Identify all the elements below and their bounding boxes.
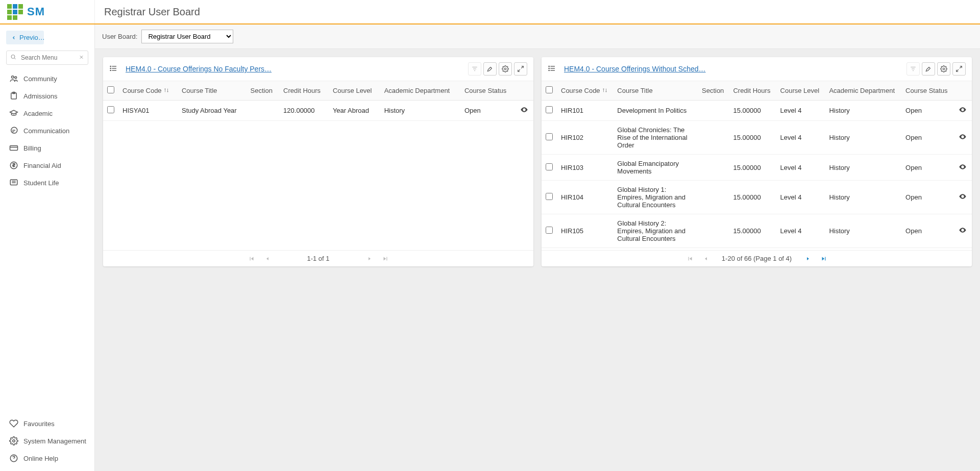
cell-section: [698, 248, 729, 251]
chevron-left-icon: [11, 35, 16, 40]
col-header[interactable]: Course Code: [557, 81, 613, 101]
col-header[interactable]: Academic Department: [825, 81, 901, 101]
select-all-checkbox[interactable]: [107, 86, 114, 93]
cell-section: [698, 101, 729, 121]
cell-status: Open: [901, 248, 953, 251]
svg-point-46: [962, 230, 964, 231]
table-row[interactable]: HIR101Development In Politics15.00000Lev…: [542, 101, 972, 121]
svg-point-33: [549, 66, 549, 66]
close-icon[interactable]: [79, 54, 84, 62]
sidebar-item-label: Academic: [23, 110, 53, 117]
table-row[interactable]: HISYA01Study Abroad Year120.00000Year Ab…: [103, 101, 533, 121]
svg-point-20: [110, 66, 111, 66]
sidebar-item-gear[interactable]: System Management: [6, 432, 88, 450]
communication-icon: [8, 126, 19, 135]
sidebar-item-academic[interactable]: Academic: [6, 105, 88, 122]
cell-credit: 15.00000: [729, 214, 776, 248]
sidebar-item-label: Community: [23, 75, 57, 83]
cell-dept: History: [380, 101, 460, 121]
col-header[interactable]: Course Level: [329, 81, 380, 101]
table-row[interactable]: HIR102Global Chronicles: The Rise of the…: [542, 121, 972, 155]
row-checkbox[interactable]: [546, 133, 553, 140]
col-header[interactable]: Course Status: [460, 81, 515, 101]
brand-logo[interactable]: SM: [0, 0, 95, 23]
community-icon: [8, 74, 19, 83]
view-row-button[interactable]: [515, 101, 533, 121]
settings-button[interactable]: [937, 62, 950, 76]
pager-next-button[interactable]: [805, 256, 811, 262]
heart-icon: [8, 419, 19, 428]
card-title-link[interactable]: HEM4.0 - Course Offerings Without Sched…: [564, 65, 902, 73]
cell-title: Global History 1: Empires, Migration and…: [613, 181, 698, 214]
view-row-button[interactable]: [953, 181, 972, 214]
row-checkbox[interactable]: [546, 106, 553, 113]
previous-button[interactable]: Previo…: [6, 31, 44, 44]
card-1: HEM4.0 - Course Offerings Without Sched……: [542, 57, 972, 266]
expand-button[interactable]: [514, 62, 527, 76]
col-header[interactable]: Course Status: [901, 81, 953, 101]
cell-credit: 15.00000: [729, 248, 776, 251]
expand-button[interactable]: [952, 62, 966, 76]
cell-section: [698, 181, 729, 214]
logo-icon: [7, 4, 23, 20]
sidebar-item-help[interactable]: Online Help: [6, 450, 88, 467]
select-all-checkbox[interactable]: [546, 86, 553, 93]
settings-button[interactable]: [499, 62, 512, 76]
row-checkbox[interactable]: [546, 163, 553, 170]
sidebar-item-student-life[interactable]: Student Life: [6, 174, 88, 191]
svg-point-22: [110, 70, 111, 70]
sidebar-item-admissions[interactable]: Admissions: [6, 87, 88, 105]
col-header[interactable]: Course Code: [118, 81, 178, 101]
table-row[interactable]: HIR106Approaches to International Relati…: [542, 248, 972, 251]
cell-level: Level 4: [776, 248, 825, 251]
tools-button[interactable]: [483, 62, 497, 76]
table-row[interactable]: HIR104Global History 1: Empires, Migrati…: [542, 181, 972, 214]
card-title-link[interactable]: HEM4.0 - Course Offerings No Faculty Per…: [126, 65, 464, 73]
list-icon[interactable]: [109, 64, 117, 74]
sidebar-item-label: Financial Aid: [23, 162, 61, 169]
col-header[interactable]: Section: [247, 81, 280, 101]
search-input[interactable]: [6, 51, 88, 65]
col-header[interactable]: Credit Hours: [729, 81, 776, 101]
view-row-button[interactable]: [953, 214, 972, 248]
view-row-button[interactable]: [953, 121, 972, 155]
sidebar-item-billing[interactable]: Billing: [6, 139, 88, 157]
col-header[interactable]: Credit Hours: [279, 81, 329, 101]
svg-rect-8: [10, 146, 18, 151]
svg-line-1: [14, 58, 15, 59]
sidebar-item-communication[interactable]: Communication: [6, 122, 88, 139]
col-header[interactable]: Course Title: [178, 81, 247, 101]
cell-title: Global Emancipatory Movements: [613, 155, 698, 181]
pager-prev-button: [703, 256, 709, 262]
cell-code: HIR104: [557, 181, 613, 214]
view-row-button[interactable]: [953, 155, 972, 181]
row-checkbox[interactable]: [546, 227, 553, 234]
cell-dept: History: [825, 155, 901, 181]
pager-last-button[interactable]: [820, 255, 827, 262]
view-row-button[interactable]: [953, 248, 972, 251]
pager-next-button: [366, 256, 373, 262]
tools-button[interactable]: [922, 62, 935, 76]
cell-title: Global Chronicles: The Rise of the Inter…: [613, 121, 698, 155]
list-icon[interactable]: [548, 64, 556, 74]
sidebar-item-community[interactable]: Community: [6, 70, 88, 87]
row-checkbox[interactable]: [546, 193, 553, 200]
view-row-button[interactable]: [953, 101, 972, 121]
page-title: Registrar User Board: [95, 6, 200, 18]
table-row[interactable]: HIR105Global History 2: Empires, Migrati…: [542, 214, 972, 248]
col-header[interactable]: Section: [698, 81, 729, 101]
col-header[interactable]: Academic Department: [380, 81, 460, 101]
filter-button: [468, 62, 481, 76]
student-life-icon: [8, 178, 19, 187]
row-checkbox[interactable]: [107, 106, 114, 113]
search-menu: [6, 51, 88, 65]
col-header[interactable]: Course Level: [776, 81, 825, 101]
col-header[interactable]: Course Title: [613, 81, 698, 101]
user-board-select[interactable]: Registrar User Board: [141, 30, 233, 43]
table-row[interactable]: HIR103Global Emancipatory Movements15.00…: [542, 155, 972, 181]
sidebar-item-financial-aid[interactable]: Financial Aid: [6, 157, 88, 174]
pager-prev-button: [264, 256, 271, 262]
cell-code: HISYA01: [118, 101, 178, 121]
cell-credit: 15.00000: [729, 155, 776, 181]
sidebar-item-heart[interactable]: Favourites: [6, 415, 88, 432]
